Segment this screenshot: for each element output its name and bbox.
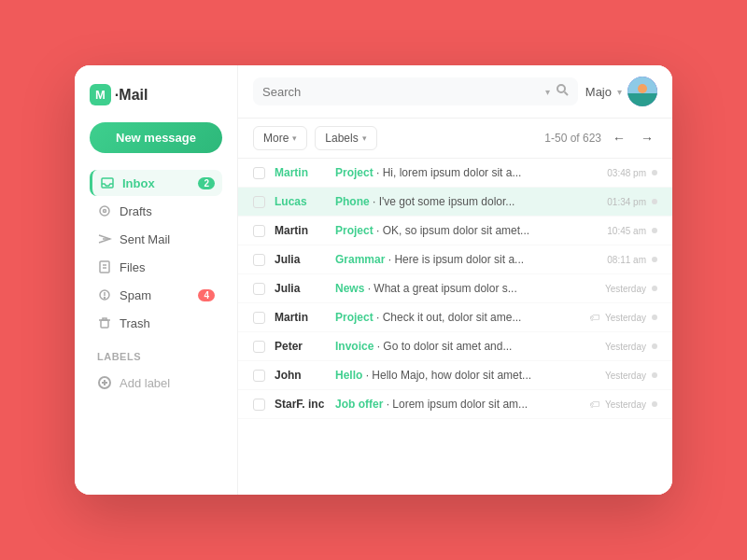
logo: M ·Mail — [90, 84, 222, 105]
email-checkbox[interactable] — [253, 254, 265, 266]
email-subject-text: · Hello Majo, how dolor sit amet... — [362, 369, 531, 382]
svg-point-2 — [104, 210, 106, 213]
email-checkbox[interactable] — [253, 341, 265, 353]
labels-button[interactable]: Labels ▾ — [315, 126, 376, 150]
table-row[interactable]: Martin Project · OK, so ipsum dolor sit … — [238, 217, 672, 245]
email-sender: StarF. inc — [275, 398, 335, 411]
email-subject: Grammar · Here is ipsum dolor sit a... — [335, 253, 607, 266]
email-time: Yesterday — [605, 399, 646, 410]
tag-icon: 🏷 — [589, 312, 599, 323]
prev-page-button[interactable]: ← — [609, 129, 629, 147]
add-label-button[interactable]: Add label — [90, 370, 222, 396]
email-checkbox[interactable] — [253, 399, 265, 411]
plus-icon — [97, 375, 112, 390]
table-row[interactable]: John Hello · Hello Majo, how dolor sit a… — [238, 361, 672, 390]
email-dot — [652, 199, 657, 204]
email-time: 10:45 am — [607, 226, 646, 236]
email-meta: 03:48 pm — [607, 168, 657, 178]
sidebar-item-inbox[interactable]: Inbox 2 — [90, 170, 222, 196]
new-message-button[interactable]: New message — [90, 122, 222, 153]
email-checkbox[interactable] — [253, 370, 265, 382]
sidebar-item-label: Files — [120, 260, 215, 274]
nav-list: Inbox 2 Drafts Sent Mail Files Spam 4 Tr… — [90, 170, 222, 336]
email-sender: Peter — [275, 340, 335, 353]
email-subject-text: · What a great ipsum dolor s... — [364, 282, 516, 295]
email-list: Martin Project · Hi, lorem ipsum dolor s… — [238, 159, 672, 495]
email-sender: John — [275, 369, 335, 382]
table-row[interactable]: Martin Project · Hi, lorem ipsum dolor s… — [238, 159, 672, 188]
email-sender: Martin — [275, 166, 335, 179]
sidebar-item-label: Trash — [120, 316, 215, 330]
more-button[interactable]: More ▾ — [253, 126, 307, 150]
tag-icon: 🏷 — [589, 399, 599, 410]
sidebar-item-label: Drafts — [120, 204, 215, 218]
email-subject: News · What a great ipsum dolor s... — [335, 282, 605, 295]
table-row[interactable]: Peter Invoice · Go to dolor sit amet and… — [238, 332, 672, 361]
avatar — [627, 77, 657, 106]
user-chevron-icon: ▾ — [617, 87, 622, 97]
table-row[interactable]: Lucas Phone · I've got some ipsum dolor.… — [238, 188, 672, 217]
svg-rect-3 — [100, 261, 109, 273]
email-subject-text: · Check it out, dolor sit ame... — [374, 311, 522, 324]
sidebar-item-files[interactable]: Files — [90, 254, 222, 280]
sidebar-item-label: Spam — [120, 288, 198, 302]
email-meta: 🏷 Yesterday — [589, 399, 657, 410]
email-dot — [652, 170, 657, 175]
email-subject-label: Job offer — [335, 398, 383, 411]
user-area[interactable]: Majo ▾ — [585, 77, 657, 106]
table-row[interactable]: Martin Project · Check it out, dolor sit… — [238, 303, 672, 332]
email-dot — [652, 286, 657, 291]
email-sender: Julia — [275, 282, 335, 295]
email-dot — [652, 228, 657, 233]
sidebar-item-spam[interactable]: Spam 4 — [90, 282, 222, 308]
email-subject-text: · Lorem ipsum dolor sit am... — [383, 398, 528, 411]
main-header: ▾ Majo ▾ — [238, 65, 672, 119]
email-dot — [652, 372, 657, 378]
draft-icon — [97, 203, 112, 218]
svg-point-19 — [638, 84, 647, 93]
svg-line-15 — [564, 92, 568, 96]
sidebar-item-label: Sent Mail — [120, 232, 215, 246]
email-subject: Project · Check it out, dolor sit ame... — [335, 311, 589, 324]
trash-icon — [97, 315, 112, 330]
table-row[interactable]: Julia News · What a great ipsum dolor s.… — [238, 274, 672, 303]
email-dot — [652, 401, 657, 407]
sidebar-item-drafts[interactable]: Drafts — [90, 198, 222, 224]
labels-title: Labels — [90, 351, 222, 362]
email-meta: Yesterday — [605, 342, 657, 352]
toolbar: More ▾ Labels ▾ 1-50 of 623 ← → — [238, 119, 672, 159]
email-subject-text: · OK, so ipsum dolor sit amet... — [374, 224, 529, 237]
email-subject-label: Project — [335, 224, 374, 237]
add-label-text: Add label — [120, 376, 170, 390]
email-subject-text: · I've got some ipsum dolor... — [370, 195, 515, 208]
spam-icon — [97, 287, 112, 302]
email-meta: 01:34 pm — [607, 197, 657, 207]
table-row[interactable]: Julia Grammar · Here is ipsum dolor sit … — [238, 245, 672, 274]
svg-point-14 — [557, 85, 565, 92]
svg-rect-9 — [101, 320, 108, 328]
email-checkbox[interactable] — [253, 283, 265, 295]
email-meta: 10:45 am — [607, 226, 657, 236]
sidebar: M ·Mail New message Inbox 2 Drafts Sent … — [75, 65, 238, 495]
email-checkbox[interactable] — [253, 225, 265, 237]
sidebar-item-sent[interactable]: Sent Mail — [90, 226, 222, 252]
email-subject-label: Project — [335, 311, 374, 324]
search-input[interactable] — [262, 85, 545, 99]
email-subject-label: Phone — [335, 195, 370, 208]
next-page-button[interactable]: → — [637, 129, 657, 147]
email-subject: Invoice · Go to dolor sit amet and... — [335, 340, 605, 353]
inbox-badge: 2 — [198, 177, 215, 189]
sidebar-item-label: Inbox — [122, 176, 198, 190]
email-dot — [652, 257, 657, 262]
email-checkbox[interactable] — [253, 167, 265, 179]
search-icon[interactable] — [556, 83, 569, 100]
email-checkbox[interactable] — [253, 196, 265, 208]
sidebar-item-trash[interactable]: Trash — [90, 310, 222, 336]
email-meta: Yesterday — [605, 371, 657, 381]
table-row[interactable]: StarF. inc Job offer · Lorem ipsum dolor… — [238, 390, 672, 419]
more-chevron-icon: ▾ — [292, 133, 297, 143]
email-checkbox[interactable] — [253, 312, 265, 324]
email-subject: Job offer · Lorem ipsum dolor sit am... — [335, 398, 589, 411]
logo-text: ·Mail — [115, 87, 148, 104]
email-sender: Lucas — [275, 195, 335, 208]
